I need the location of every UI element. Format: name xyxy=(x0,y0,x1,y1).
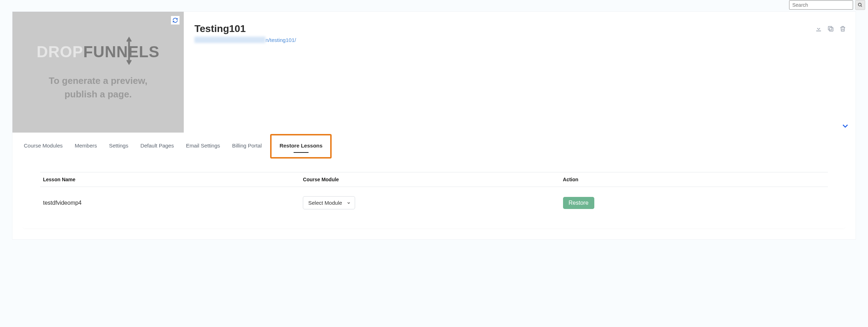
tab-settings[interactable]: Settings xyxy=(108,141,129,151)
preview-pane: DROP FUNNELS To generate a preview, publ… xyxy=(12,12,184,133)
tab-course-modules[interactable]: Course Modules xyxy=(23,141,63,151)
delete-button[interactable] xyxy=(839,25,846,32)
tab-billing-portal[interactable]: Billing Portal xyxy=(231,141,262,151)
tab-default-pages[interactable]: Default Pages xyxy=(140,141,175,151)
header-actions xyxy=(815,25,846,32)
course-url-row[interactable]: n/testing101/ xyxy=(194,37,856,43)
search-button[interactable] xyxy=(855,0,865,10)
preview-logo: DROP FUNNELS xyxy=(37,43,160,61)
table-header-row: Lesson Name Course Module Action xyxy=(40,172,828,187)
preview-message: To generate a preview, publish a page. xyxy=(49,74,147,101)
download-icon xyxy=(815,25,822,32)
header-lesson-name: Lesson Name xyxy=(40,172,300,187)
course-header: DROP FUNNELS To generate a preview, publ… xyxy=(12,12,856,133)
course-url-suffix: n/testing101/ xyxy=(266,37,296,43)
tab-email-settings[interactable]: Email Settings xyxy=(185,141,221,151)
tab-restore-lessons[interactable]: Restore Lessons xyxy=(279,141,323,151)
search-input[interactable] xyxy=(789,0,853,10)
preview-message-line1: To generate a preview, xyxy=(49,74,147,88)
svg-rect-2 xyxy=(816,31,821,31)
download-button[interactable] xyxy=(815,25,822,32)
logo-arrow-icon xyxy=(127,37,132,65)
logo-funnels-text: FUNNELS xyxy=(83,43,160,61)
svg-rect-4 xyxy=(828,26,832,30)
chevron-down-icon xyxy=(841,122,849,130)
trash-icon xyxy=(839,25,846,32)
logo-drop-text: DROP xyxy=(37,43,83,61)
top-bar xyxy=(0,0,868,11)
action-cell: Restore xyxy=(560,187,828,219)
tab-members[interactable]: Members xyxy=(74,141,98,151)
refresh-preview-button[interactable] xyxy=(171,16,180,25)
refresh-icon xyxy=(172,17,178,23)
lessons-table: Lesson Name Course Module Action testdfv… xyxy=(40,172,828,219)
module-select-cell: Select Module xyxy=(300,187,560,219)
module-select-value: Select Module xyxy=(303,196,355,209)
tab-restore-lessons-highlight: Restore Lessons xyxy=(270,134,332,159)
course-title-column: Testing101 n/testing101/ xyxy=(194,12,856,43)
header-action: Action xyxy=(560,172,828,187)
restore-lessons-panel: Lesson Name Course Module Action testdfv… xyxy=(23,162,845,229)
svg-point-0 xyxy=(858,3,861,6)
main-container: DROP FUNNELS To generate a preview, publ… xyxy=(12,11,856,240)
search-icon xyxy=(858,2,863,7)
table-row: testdfvideomp4 Select Module Restore xyxy=(40,187,828,219)
expand-toggle[interactable] xyxy=(841,122,849,130)
lesson-name-cell: testdfvideomp4 xyxy=(40,187,300,219)
header-course-module: Course Module xyxy=(300,172,560,187)
svg-line-1 xyxy=(861,6,862,7)
course-url-redacted xyxy=(194,37,266,43)
course-title: Testing101 xyxy=(194,23,856,34)
copy-icon xyxy=(827,25,834,32)
tabs-row: Course Modules Members Settings Default … xyxy=(12,133,856,162)
preview-message-line2: publish a page. xyxy=(49,88,147,101)
svg-rect-3 xyxy=(830,28,833,31)
module-select[interactable]: Select Module xyxy=(303,196,355,209)
restore-button[interactable]: Restore xyxy=(563,197,594,209)
duplicate-button[interactable] xyxy=(827,25,834,32)
